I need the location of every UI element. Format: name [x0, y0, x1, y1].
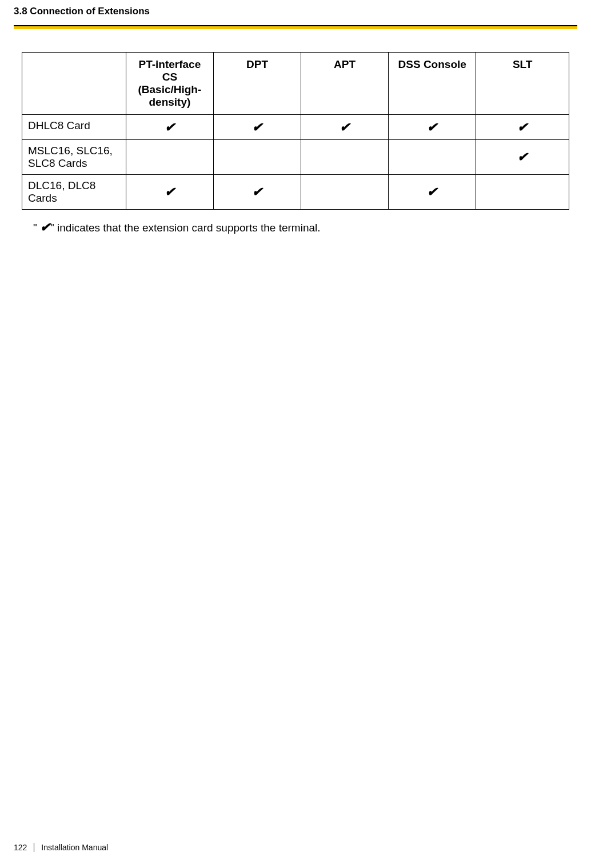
check-icon: ✔	[517, 120, 528, 134]
cell	[476, 175, 569, 210]
page-footer: 122 Installation Manual	[14, 843, 108, 852]
cell: ✔	[213, 175, 301, 210]
cell	[301, 140, 389, 175]
row-label: MSLC16, SLC16, SLC8 Cards	[22, 140, 126, 175]
cell	[301, 175, 389, 210]
table-header-empty	[22, 53, 126, 115]
cell: ✔	[126, 115, 213, 140]
check-icon: ✔	[340, 120, 350, 134]
note-suffix: " indicates that the extension card supp…	[50, 222, 321, 234]
check-icon: ✔	[165, 120, 175, 134]
check-icon: ✔	[165, 185, 175, 199]
manual-title: Installation Manual	[34, 843, 108, 852]
check-icon: ✔	[517, 150, 528, 164]
cell: ✔	[213, 115, 301, 140]
page-header: 3.8 Connection of Extensions	[0, 0, 591, 22]
table-header-ptcs: PT-interface CS (Basic/High-density)	[126, 53, 213, 115]
compatibility-table: PT-interface CS (Basic/High-density) DPT…	[22, 52, 569, 210]
cell	[389, 140, 476, 175]
cell: ✔	[126, 175, 213, 210]
header-divider	[0, 25, 591, 29]
table-header-dpt: DPT	[213, 53, 301, 115]
cell: ✔	[476, 140, 569, 175]
cell: ✔	[389, 115, 476, 140]
table-row: DHLC8 Card ✔ ✔ ✔ ✔ ✔	[22, 115, 569, 140]
cell: ✔	[476, 115, 569, 140]
table-row: MSLC16, SLC16, SLC8 Cards ✔	[22, 140, 569, 175]
check-icon: ✔	[427, 120, 437, 134]
cell	[213, 140, 301, 175]
cell: ✔	[389, 175, 476, 210]
cell: ✔	[301, 115, 389, 140]
check-icon: ✔	[252, 120, 262, 134]
check-icon: ✔	[40, 220, 50, 234]
section-title: 3.8 Connection of Extensions	[14, 6, 577, 17]
table-header-dss: DSS Console	[389, 53, 476, 115]
page-number: 122	[14, 843, 34, 852]
row-label: DLC16, DLC8 Cards	[22, 175, 126, 210]
row-label: DHLC8 Card	[22, 115, 126, 140]
check-icon: ✔	[252, 185, 262, 199]
table-header-row: PT-interface CS (Basic/High-density) DPT…	[22, 53, 569, 115]
table-header-apt: APT	[301, 53, 389, 115]
compatibility-table-wrap: PT-interface CS (Basic/High-density) DPT…	[0, 29, 591, 210]
cell	[126, 140, 213, 175]
note-prefix: "	[33, 222, 40, 234]
check-icon: ✔	[427, 185, 437, 199]
table-footnote: " ✔" indicates that the extension card s…	[0, 210, 591, 235]
table-row: DLC16, DLC8 Cards ✔ ✔ ✔	[22, 175, 569, 210]
table-header-slt: SLT	[476, 53, 569, 115]
